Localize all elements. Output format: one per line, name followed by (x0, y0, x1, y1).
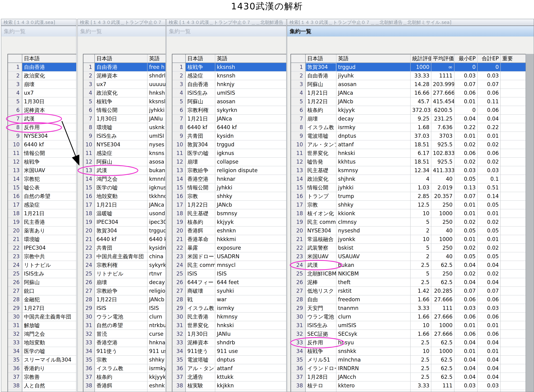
cell-ja[interactable]: 中国共産主義青年団 (95, 252, 147, 261)
cell-num[interactable]: 18 (172, 209, 186, 218)
cell-ja[interactable]: 民主 communist (306, 218, 337, 227)
cell-s1[interactable]: 2.85 (411, 192, 431, 201)
cell-s2[interactable]: 250 (431, 270, 454, 278)
cell-ja[interactable]: 嘘公表 (22, 183, 76, 192)
cell-s1[interactable]: 10 (411, 209, 431, 218)
cell-ja[interactable]: 核戦争 (22, 158, 76, 166)
cell-ja[interactable]: アル・タンフ (186, 364, 215, 373)
window-titlebar[interactable]: 検索 [１４３０武漢＿トランプ中止０７＿＿北朝鮮通告 (166, 19, 286, 26)
cell-ja[interactable]: 自由香港 (186, 80, 215, 89)
cell-num[interactable]: 15 (8, 183, 22, 192)
cell-en[interactable]: JANcb (337, 97, 411, 106)
cell-s1[interactable]: 5 (411, 218, 431, 227)
cell-en[interactable]: uuuuu (147, 80, 166, 89)
cell-en[interactable]: shndrl (147, 72, 166, 80)
cell-ja[interactable]: 北通告 (186, 373, 215, 382)
cell-s2[interactable]: 250 (431, 218, 454, 227)
cell-num[interactable]: 31 (8, 321, 22, 330)
cell-ja[interactable]: 敦賀304 (186, 140, 215, 149)
cell-s1[interactable]: 2.5 (411, 356, 431, 364)
cell-s1[interactable]: 1.66 (411, 295, 431, 304)
cell-en[interactable]: kkionk (337, 209, 411, 218)
cell-num[interactable]: 4 (83, 89, 95, 97)
cell-num[interactable]: 7 (291, 115, 306, 123)
cell-en[interactable] (215, 390, 286, 392)
cell-num[interactable]: 15 (83, 183, 95, 192)
cell-num[interactable]: 36 (291, 364, 306, 373)
cell-ja[interactable]: 香港餌 (186, 227, 215, 235)
cell-en[interactable]: clmnsy (337, 218, 411, 227)
cell-num[interactable]: 28 (172, 295, 186, 304)
cell-s2[interactable]: 111 (431, 382, 454, 390)
cell-s1[interactable]: 12.34 (411, 166, 431, 175)
cell-s2[interactable]: 1111 (431, 72, 454, 80)
cell-en[interactable]: bukan (147, 166, 166, 175)
cell-ja[interactable]: リトナビル (22, 261, 76, 270)
cell-s2[interactable]: 20.357 (431, 192, 454, 201)
cell-s2[interactable]: 111 (431, 304, 454, 313)
cell-s3[interactable]: 0.04 (454, 261, 478, 270)
cell-imp[interactable] (501, 72, 527, 80)
cell-s2[interactable]: 27.666 (431, 330, 454, 338)
cell-num[interactable]: 29 (83, 304, 95, 313)
cell-num[interactable] (172, 390, 186, 392)
cell-en[interactable]: asosan (215, 97, 286, 106)
cell-s3[interactable]: 0 (454, 63, 478, 72)
cell-num[interactable]: 8 (83, 123, 95, 132)
cell-ja[interactable]: ISIS (186, 270, 215, 278)
cell-ja[interactable]: 911使う (186, 347, 215, 356)
cell-en[interactable]: mlnchna (337, 356, 411, 364)
cell-num[interactable]: 10 (291, 140, 306, 149)
cell-s2[interactable]: 62.5 (431, 373, 454, 382)
cell-en[interactable]: religio (147, 287, 166, 295)
cell-num[interactable]: 7 (8, 115, 22, 123)
cell-ja[interactable]: 世界変化 (306, 149, 337, 158)
cell-num[interactable]: 9 (8, 132, 22, 140)
cell-ja[interactable]: 政治変化 (306, 175, 337, 183)
cell-en[interactable]: hnsyu (337, 338, 411, 347)
cell-ja[interactable]: 自由香港 (95, 63, 147, 72)
cell-ja[interactable]: トランプ (306, 192, 337, 201)
cell-s3[interactable]: 0.22 (454, 123, 478, 132)
cell-ja[interactable]: 644フィート (186, 278, 215, 287)
cell-s3[interactable]: 0.04 (454, 115, 478, 123)
cell-s2[interactable]: 20.285 (431, 287, 454, 295)
cell-en[interactable]: hkkkmi (215, 235, 286, 244)
cell-num[interactable]: 3 (8, 80, 22, 89)
cell-s3[interactable]: 0.07 (454, 80, 478, 89)
cell-s1[interactable]: 12.5 (411, 201, 431, 209)
cell-num[interactable]: 28 (8, 295, 22, 304)
cell-s1[interactable]: 9.25 (411, 115, 431, 123)
cell-ja[interactable]: 低地リスク (306, 287, 337, 295)
cell-imp[interactable] (501, 115, 527, 123)
cell-num[interactable]: 35 (8, 356, 22, 364)
cell-num[interactable]: 14 (8, 175, 22, 183)
cell-s1[interactable]: 5 (411, 244, 431, 252)
cell-num[interactable]: 23 (8, 252, 22, 261)
cell-num[interactable]: 22 (172, 244, 186, 252)
cell-ja[interactable]: 環境嘘 (95, 123, 147, 132)
cell-num[interactable]: 21 (291, 235, 306, 244)
cell-s1[interactable]: 1.68 (411, 123, 431, 132)
cell-s4[interactable]: 0 (478, 63, 501, 72)
cell-ja[interactable]: 宗教利権 (186, 106, 215, 115)
cell-en[interactable]: kkjyyk (215, 218, 286, 227)
cell-s3[interactable]: 0.13 (454, 183, 478, 192)
cell-imp[interactable] (501, 390, 527, 392)
cell-s3[interactable]: 0.03 (454, 166, 478, 175)
cell-en[interactable]: clurn (147, 313, 166, 321)
cell-ja[interactable]: 阿蘇山 (95, 158, 147, 166)
cell-num[interactable]: 37 (291, 373, 306, 382)
cell-en[interactable]: JANlu (147, 115, 166, 123)
cell-s2[interactable]: 1000 (431, 209, 454, 218)
cell-en[interactable]: shhky (215, 192, 286, 201)
cell-en[interactable]: rsktit (337, 287, 411, 295)
cell-num[interactable]: 10 (8, 140, 22, 149)
cell-s4[interactable]: 0.04 (478, 338, 501, 347)
cell-ja[interactable]: 6440 kf (22, 140, 76, 149)
cell-num[interactable]: 15 (172, 183, 186, 192)
cell-en[interactable]: kmnnl (147, 175, 166, 183)
cell-num[interactable]: 25 (291, 270, 306, 278)
cell-ja[interactable]: 崩壊 (186, 158, 215, 166)
cell-s2[interactable]: 7.636 (431, 123, 454, 132)
